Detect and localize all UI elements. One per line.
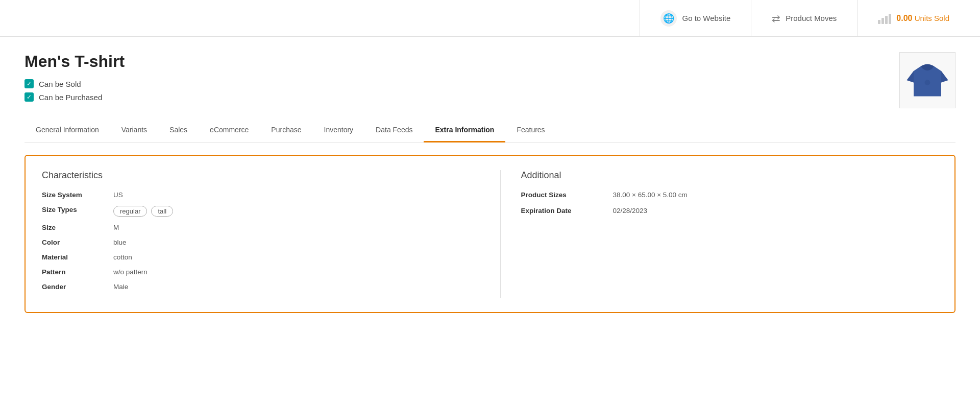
can-be-sold-label: Can be Sold (39, 80, 81, 88)
product-sizes-label: Product Sizes (521, 191, 613, 199)
can-be-purchased-row: ✓ Can be Purchased (24, 92, 125, 102)
material-row: Material cotton (42, 253, 459, 261)
expiration-date-row: Expiration Date 02/28/2023 (521, 207, 939, 215)
additional-section: Additional Product Sizes 38.00 × 65.00 ×… (521, 170, 939, 298)
material-value: cotton (113, 253, 132, 261)
additional-title: Additional (521, 170, 939, 181)
expiration-date-value: 02/28/2023 (613, 207, 648, 215)
size-system-value: US (113, 191, 123, 199)
pattern-value: w/o pattern (113, 268, 148, 276)
tab-sales[interactable]: Sales (158, 118, 199, 142)
size-label: Size (42, 224, 113, 231)
tabs-bar: General Information Variants Sales eComm… (24, 118, 955, 142)
size-system-label: Size System (42, 191, 113, 199)
tab-data-feeds[interactable]: Data Feeds (364, 118, 424, 142)
product-image (899, 52, 955, 108)
size-row: Size M (42, 224, 459, 231)
product-title: Men's T-shirt (24, 52, 125, 71)
size-types-label: Size Types (42, 206, 113, 213)
product-tshirt-svg (904, 57, 950, 103)
tab-content-extra-information: Characteristics Size System US Size Type… (24, 142, 955, 325)
globe-icon: 🌐 (660, 10, 677, 27)
tab-purchase[interactable]: Purchase (260, 118, 312, 142)
units-sold-value: 0.00 (896, 14, 912, 22)
color-value: blue (113, 239, 127, 246)
characteristics-section: Characteristics Size System US Size Type… (42, 170, 480, 298)
units-sold-display: 0.00 Units Sold (896, 14, 949, 23)
go-to-website-button[interactable]: 🌐 Go to Website (640, 0, 751, 36)
product-moves-icon: ⇄ (772, 12, 780, 25)
characteristics-title: Characteristics (42, 170, 459, 181)
gender-row: Gender Male (42, 283, 459, 291)
product-sizes-value: 38.00 × 65.00 × 5.00 cm (613, 191, 688, 199)
size-types-row: Size Types regular tall (42, 206, 459, 217)
size-value: M (113, 224, 119, 231)
tab-features[interactable]: Features (505, 118, 556, 142)
can-be-sold-checkbox[interactable]: ✓ (24, 79, 34, 88)
can-be-sold-row: ✓ Can be Sold (24, 79, 125, 88)
units-sold-label: Units Sold (915, 14, 949, 22)
units-sold-button[interactable]: 0.00 Units Sold (857, 0, 970, 36)
color-label: Color (42, 239, 113, 246)
pattern-row: Pattern w/o pattern (42, 268, 459, 276)
can-be-purchased-label: Can be Purchased (39, 93, 102, 102)
gender-value: Male (113, 283, 128, 291)
tab-inventory[interactable]: Inventory (313, 118, 365, 142)
tag-regular: regular (113, 206, 147, 217)
gender-label: Gender (42, 283, 113, 291)
product-moves-label: Product Moves (786, 14, 837, 22)
go-to-website-label: Go to Website (682, 14, 730, 22)
bar-chart-icon (878, 13, 891, 24)
tab-ecommerce[interactable]: eCommerce (199, 118, 260, 142)
material-label: Material (42, 253, 113, 261)
tag-tall: tall (151, 206, 173, 217)
tab-general-information[interactable]: General Information (24, 118, 110, 142)
product-moves-button[interactable]: ⇄ Product Moves (751, 0, 857, 36)
section-divider (500, 170, 501, 298)
tab-extra-information[interactable]: Extra Information (424, 118, 505, 142)
svg-point-0 (925, 80, 930, 85)
top-bar: 🌐 Go to Website ⇄ Product Moves 0.00 Uni… (0, 0, 980, 37)
product-header: Men's T-shirt ✓ Can be Sold ✓ Can be Pur… (24, 52, 955, 108)
color-row: Color blue (42, 239, 459, 246)
pattern-label: Pattern (42, 268, 113, 276)
can-be-purchased-checkbox[interactable]: ✓ (24, 92, 34, 102)
expiration-date-label: Expiration Date (521, 207, 613, 215)
product-sizes-row: Product Sizes 38.00 × 65.00 × 5.00 cm (521, 191, 939, 199)
size-types-tags: regular tall (113, 206, 173, 217)
size-system-row: Size System US (42, 191, 459, 199)
main-content: Men's T-shirt ✓ Can be Sold ✓ Can be Pur… (0, 37, 980, 325)
extra-info-box: Characteristics Size System US Size Type… (24, 155, 955, 313)
product-info-left: Men's T-shirt ✓ Can be Sold ✓ Can be Pur… (24, 52, 125, 106)
tab-variants[interactable]: Variants (110, 118, 158, 142)
